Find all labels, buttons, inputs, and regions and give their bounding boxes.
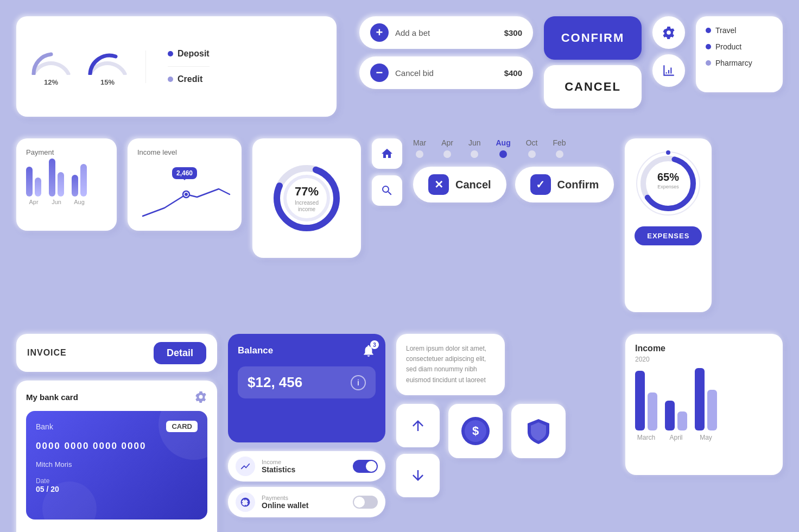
- minus-icon: −: [370, 64, 389, 82]
- toggle-payments-sub: Payments: [262, 495, 346, 501]
- confirm-action-button[interactable]: ✓ Confirm: [515, 167, 614, 202]
- expenses-donut-wrap: 65% Expenses: [633, 148, 703, 219]
- toggle-payments-main: Online wallet: [262, 501, 346, 510]
- search-button[interactable]: [372, 175, 402, 206]
- x-icon: ✕: [428, 174, 449, 195]
- settings-icon[interactable]: [194, 390, 207, 403]
- sparkline-svg: [137, 178, 235, 221]
- chart-icon-button[interactable]: [652, 54, 685, 87]
- gauge-item-1: 12%: [29, 47, 73, 86]
- donut-main-card: 77% Increased income: [252, 138, 361, 258]
- category-pharmacy-label: Pharmarcy: [715, 59, 752, 67]
- cancel-action-button[interactable]: ✕ Cancel: [413, 167, 506, 202]
- month-feb[interactable]: Feb: [553, 138, 566, 158]
- balance-title: Balance: [238, 345, 273, 356]
- action-btn-row: ✕ Cancel ✓ Confirm: [413, 167, 614, 202]
- payment-title: Payment: [26, 148, 107, 156]
- balance-amount-row: $12, 456 i: [238, 366, 376, 398]
- toggle-income-switch[interactable]: [353, 460, 378, 473]
- income-bar-march-2: [648, 392, 657, 430]
- legend-credit: Credit: [168, 66, 210, 84]
- month-apr-dot: [443, 150, 451, 158]
- payment-bars: Apr Jun Aug: [26, 162, 107, 205]
- bet-section: + Add a bet $300 − Cancel bid $400: [359, 16, 533, 89]
- month-feb-dot: [556, 150, 563, 158]
- toggle-payments-switch[interactable]: [353, 496, 378, 509]
- bar-jun-1: [49, 159, 55, 197]
- expenses-donut-svg: 65% Expenses: [633, 148, 703, 219]
- month-aug[interactable]: Aug: [496, 138, 511, 158]
- donut-main-svg: 77% Increased income: [269, 160, 345, 236]
- card-date-row: Date 05 / 20: [36, 477, 198, 493]
- toggle-income-icon: [236, 457, 255, 476]
- shield-icon-square[interactable]: [511, 404, 566, 458]
- plus-icon: +: [370, 23, 389, 42]
- bar-apr-pair: [26, 167, 41, 197]
- card-date-label: Date: [36, 477, 59, 485]
- payment-card: Payment Apr Jun: [16, 138, 117, 231]
- line-chart-icon: [240, 461, 251, 472]
- arrow-icon-row: $: [396, 404, 566, 497]
- income-chart-year: 2020: [635, 356, 773, 363]
- bar-apr: Apr: [26, 167, 41, 205]
- dot-pharmacy: [706, 60, 711, 66]
- bar-apr-2: [35, 178, 41, 197]
- toggle-payments-knob: [354, 497, 365, 508]
- check-icon: ✓: [530, 174, 551, 195]
- cancel-action-label: Cancel: [455, 179, 491, 191]
- confirm-button[interactable]: CONFIRM: [544, 16, 642, 60]
- gear-icon-button[interactable]: [652, 16, 685, 49]
- arrow-up-icon: [410, 417, 426, 434]
- info-icon[interactable]: i: [351, 375, 366, 390]
- gauge-item-2: 15%: [86, 47, 129, 86]
- month-oct-dot: [528, 150, 536, 158]
- bar-chart-icon: [662, 64, 676, 78]
- cancel-button[interactable]: CANCEL: [544, 65, 642, 109]
- income-bar-april-pair: [665, 401, 687, 430]
- bank-card-section: My bank card Bank CARD 0000 0000 0000 00…: [16, 381, 217, 532]
- expenses-button[interactable]: EXPENSES: [635, 226, 702, 245]
- income-bar-may: May: [695, 368, 717, 441]
- balance-card: Balance 3 $12, 456 i: [228, 334, 385, 442]
- detail-button[interactable]: Detail: [154, 342, 206, 364]
- income-chart-title: Income: [635, 344, 773, 353]
- month-oct[interactable]: Oct: [526, 138, 538, 158]
- gauge-arc-2: [86, 47, 129, 75]
- coin-svg: $: [459, 415, 492, 447]
- dollar-circle-icon: [240, 497, 251, 508]
- bank-label: Bank: [36, 422, 53, 431]
- toggle-income-text: Income Statistics: [262, 459, 346, 474]
- income-bars: March April May: [635, 371, 773, 441]
- home-button[interactable]: [372, 138, 402, 169]
- toggle-income-main: Statistics: [262, 465, 346, 474]
- card-number-text: 0000 0000 0000 0000: [36, 441, 146, 451]
- toggle-income-sub: Income: [262, 459, 346, 465]
- add-bet-input[interactable]: + Add a bet $300: [359, 16, 533, 49]
- svg-point-6: [666, 150, 670, 155]
- shield-svg: [522, 415, 555, 447]
- income-bar-april-label: April: [669, 434, 682, 441]
- coin-icon-square[interactable]: $: [448, 404, 503, 458]
- gauge-2-value: 15%: [100, 78, 115, 86]
- divider: [145, 50, 146, 83]
- income-bar-april: April: [665, 401, 687, 441]
- income-bar-march-1: [635, 371, 645, 430]
- arrow-up-button[interactable]: [396, 404, 440, 447]
- toggle-payments-text: Payments Online wallet: [262, 495, 346, 510]
- category-product: Product: [706, 42, 773, 51]
- bar-aug-2: [80, 164, 87, 197]
- income-bar-may-1: [695, 368, 705, 430]
- bar-aug-pair: [72, 164, 87, 197]
- left-col: INVOICE Detail My bank card Bank CARD: [16, 334, 217, 532]
- toggle-payments: Payments Online wallet: [228, 487, 385, 517]
- month-mar[interactable]: Mar: [413, 138, 426, 158]
- month-jun[interactable]: Jun: [468, 138, 481, 158]
- cancel-bid-input[interactable]: − Cancel bid $400: [359, 56, 533, 89]
- bank-card-header: My bank card: [26, 390, 207, 403]
- card-number: 0000 0000 0000 0000: [36, 441, 198, 452]
- income-bar-april-2: [677, 411, 687, 430]
- month-apr[interactable]: Apr: [441, 138, 453, 158]
- lorem-text: Lorem ipsum dolor sit amet, consectetuer…: [406, 344, 495, 385]
- card-badge: CARD: [166, 421, 198, 432]
- arrow-down-button[interactable]: [396, 454, 440, 497]
